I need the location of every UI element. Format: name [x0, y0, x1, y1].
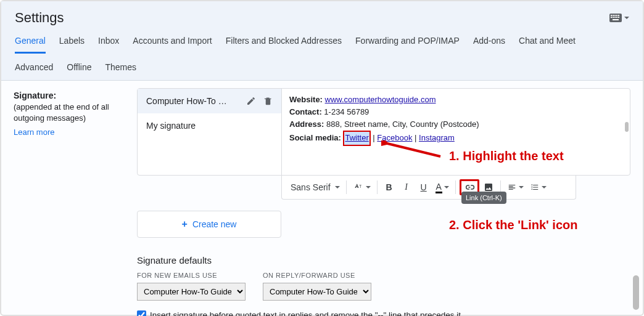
font-name: Sans Serif: [291, 182, 331, 192]
for-new-select[interactable]: Computer How-To Guide: [137, 283, 246, 301]
page-title: Settings: [15, 10, 64, 26]
italic-button[interactable]: I: [398, 179, 415, 195]
scrollbar-thumb[interactable]: [625, 122, 629, 132]
pencil-icon[interactable]: [246, 96, 256, 106]
for-new-label: FOR NEW EMAILS USE: [137, 272, 246, 279]
svg-rect-11: [613, 19, 619, 20]
chevron-down-icon: [335, 186, 340, 188]
svg-rect-7: [613, 17, 614, 18]
tab-offline[interactable]: Offline: [67, 62, 91, 80]
image-icon: [484, 182, 493, 192]
on-reply-label: ON REPLY/FORWARD USE: [263, 272, 371, 279]
contact-label: Contact:: [289, 107, 322, 116]
tab-chat[interactable]: Chat and Meet: [519, 36, 576, 54]
format-toolbar: Sans Serif T B I U A: [281, 176, 576, 200]
keyboard-icon: [609, 14, 622, 22]
list-button[interactable]: [527, 179, 549, 195]
input-tools-button[interactable]: [609, 14, 629, 22]
tab-labels[interactable]: Labels: [59, 36, 85, 54]
chevron-down-icon: [444, 186, 449, 188]
address-value: 888, Street name, City, Country (Postcod…: [326, 120, 479, 129]
align-icon: [507, 183, 517, 192]
chevron-down-icon: [542, 186, 547, 188]
signature-item-label: My signature: [146, 121, 196, 131]
address-label: Address:: [289, 120, 324, 129]
chevron-down-icon: [366, 186, 371, 188]
tab-advanced[interactable]: Advanced: [15, 62, 53, 80]
text-size-icon: T: [353, 183, 364, 192]
on-reply-select[interactable]: Computer How-To Guide: [263, 283, 371, 301]
numbered-list-icon: [530, 183, 540, 192]
signature-editor: Computer How-To Gui… My signature Websit…: [137, 88, 630, 176]
tab-forwarding[interactable]: Forwarding and POP/IMAP: [355, 36, 460, 54]
svg-rect-6: [611, 17, 612, 18]
website-link[interactable]: www.computerhowtoguide.com: [325, 95, 436, 104]
svg-rect-8: [614, 17, 616, 18]
insert-before-quote-label: Insert signature before quoted text in r…: [150, 310, 463, 316]
signature-heading: Signature:: [14, 91, 137, 100]
svg-rect-3: [614, 15, 616, 16]
svg-rect-9: [616, 17, 617, 18]
chevron-down-icon: [624, 17, 629, 19]
svg-rect-10: [618, 17, 619, 18]
signature-item-label: Computer How-To Gui…: [146, 96, 233, 106]
signature-item-2[interactable]: My signature: [138, 113, 281, 138]
svg-rect-4: [616, 15, 617, 16]
signature-preview[interactable]: Website: www.computerhowtoguide.com Cont…: [282, 89, 630, 175]
tabs-primary: General Labels Inbox Accounts and Import…: [15, 36, 629, 54]
tab-inbox[interactable]: Inbox: [98, 36, 119, 54]
create-new-label: Create new: [192, 219, 237, 229]
page-scrollbar-thumb[interactable]: [633, 275, 639, 310]
insert-before-quote-checkbox[interactable]: [137, 310, 146, 316]
chevron-down-icon: [519, 186, 524, 188]
contact-value: 1-234 56789: [324, 107, 369, 116]
tabs-secondary: Advanced Offline Themes: [15, 54, 629, 80]
signature-list: Computer How-To Gui… My signature: [138, 89, 282, 175]
twitter-link[interactable]: Twitter: [343, 131, 370, 145]
plus-icon: +: [182, 219, 188, 229]
tab-filters[interactable]: Filters and Blocked Addresses: [226, 36, 342, 54]
instagram-link[interactable]: Instagram: [419, 133, 455, 142]
tab-general[interactable]: General: [15, 36, 46, 54]
svg-rect-1: [611, 15, 612, 16]
defaults-heading: Signature defaults: [137, 255, 630, 265]
underline-button[interactable]: U: [416, 179, 432, 195]
align-button[interactable]: [505, 179, 526, 195]
website-label: Website:: [289, 95, 323, 104]
text-color-button[interactable]: A: [433, 179, 452, 195]
create-new-button[interactable]: +Create new: [137, 211, 281, 238]
svg-rect-2: [613, 15, 614, 16]
social-label: Social media:: [289, 133, 341, 142]
tab-accounts[interactable]: Accounts and Import: [133, 36, 212, 54]
font-size-button[interactable]: T: [350, 179, 373, 195]
svg-text:T: T: [359, 184, 361, 188]
tab-addons[interactable]: Add-ons: [473, 36, 505, 54]
tab-themes[interactable]: Themes: [105, 62, 137, 80]
signature-description: (appended at the end of all outgoing mes…: [14, 102, 137, 124]
font-family-select[interactable]: Sans Serif: [287, 179, 342, 195]
facebook-link[interactable]: Facebook: [377, 133, 412, 142]
learn-more-link[interactable]: Learn more: [14, 128, 54, 137]
bold-button[interactable]: B: [381, 179, 397, 195]
trash-icon[interactable]: [263, 96, 273, 106]
signature-item-1[interactable]: Computer How-To Gui…: [138, 89, 281, 113]
svg-rect-5: [618, 15, 619, 16]
link-tooltip: Link (Ctrl-K): [461, 192, 506, 204]
